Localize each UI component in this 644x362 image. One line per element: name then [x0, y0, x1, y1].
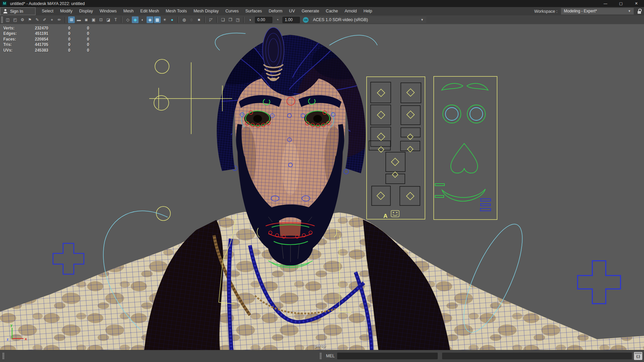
resolution-gate-icon[interactable]: ◙ [83, 16, 90, 23]
close-button[interactable]: ✕ [629, 0, 644, 7]
hud-row: UVs:24538300 [3, 48, 89, 53]
view-transform-dropdown[interactable]: ACES 1.0 SDR-video (sRGB) ▼ [310, 16, 426, 23]
menu-windows[interactable]: Windows [96, 7, 120, 15]
menu-display[interactable]: Display [76, 7, 96, 15]
menu-mesh-tools[interactable]: Mesh Tools [162, 7, 190, 15]
sign-in-panel[interactable]: Sign In [0, 7, 36, 15]
menu-generate[interactable]: Generate [298, 7, 322, 15]
menu-mesh-display[interactable]: Mesh Display [190, 7, 222, 15]
input-output-icon[interactable]: ◳ [234, 16, 241, 23]
separator [243, 17, 245, 23]
menu-items: teSelectModifyDisplayWindowsMeshEdit Mes… [28, 7, 375, 15]
image-plane-icon[interactable]: ◪ [105, 16, 112, 23]
drag-handle[interactable] [2, 353, 4, 359]
hud-row: Verts:23247000 [3, 26, 89, 31]
motion-blur-icon[interactable]: ◌ [188, 16, 195, 23]
menu-arnold[interactable]: Arnold [341, 7, 360, 15]
restore-button[interactable]: ▢ [613, 0, 629, 7]
menu-edit-mesh[interactable]: Edit Mesh [137, 7, 162, 15]
paint-icon[interactable]: ✐ [41, 16, 48, 23]
bookmark-icon[interactable]: ⚑ [26, 16, 33, 23]
exposure-field[interactable]: 0.00 [255, 17, 272, 23]
gamma-icon[interactable]: ◔ [274, 16, 281, 23]
camera-lock-icon[interactable]: ◰ [12, 16, 18, 23]
gamma-field[interactable]: 1.00 [282, 17, 300, 23]
shadows-icon[interactable]: ● [169, 16, 175, 23]
plane-icon[interactable]: ■ [196, 16, 202, 23]
perspective-viewport[interactable]: A y x z [0, 24, 644, 350]
render-view-icon[interactable]: ◫ [4, 16, 11, 23]
sign-in-label: Sign In [10, 9, 23, 14]
svg-text:x: x [25, 337, 27, 341]
title-bar: M untitled* - Autodesk MAYA 2022: untitl… [0, 0, 644, 7]
menu-modify[interactable]: Modify [57, 7, 76, 15]
user-icon [3, 9, 8, 13]
menu-cache[interactable]: Cache [322, 7, 341, 15]
menu-uv[interactable]: UV [286, 7, 298, 15]
separator [177, 17, 179, 23]
menu-deform[interactable]: Deform [265, 7, 286, 15]
drag-handle[interactable] [320, 353, 322, 359]
brush-icon[interactable]: ✏ [56, 16, 63, 23]
drag-handle[interactable] [1, 16, 3, 23]
separator [121, 17, 122, 23]
ao-icon[interactable]: ◍ [181, 16, 187, 23]
lock-icon[interactable] [637, 9, 641, 14]
menu-curves[interactable]: Curves [222, 7, 242, 15]
scene-3d: A y x z [0, 24, 644, 350]
menu-select[interactable]: Select [38, 7, 57, 15]
hud-toggle-icon[interactable]: T [112, 16, 119, 23]
separator [216, 17, 218, 23]
minimize-button[interactable]: — [598, 0, 613, 7]
lights-icon[interactable]: ☀ [161, 16, 168, 23]
panel-letter: A [383, 213, 387, 219]
select-tool-icon[interactable]: ◸ [208, 16, 214, 23]
workspace-dropdown[interactable]: Modeling - Expert* ▼ [561, 8, 634, 15]
view-transform-value: ACES 1.0 SDR-video (sRGB) [313, 17, 368, 22]
menu-help[interactable]: Help [360, 7, 376, 15]
chevron-down-icon: ▼ [628, 8, 631, 14]
separator [204, 17, 206, 23]
script-editor-button[interactable]: {;} [634, 352, 642, 360]
render-settings-icon[interactable]: ⚙ [19, 16, 26, 23]
exposure-icon[interactable]: ◑ [247, 16, 253, 23]
film-gate-icon[interactable]: ▬ [75, 16, 82, 23]
zoom-select-icon[interactable]: ⌖ [49, 16, 55, 23]
command-result [442, 353, 632, 359]
workspace-value: Modeling - Expert* [564, 8, 597, 14]
camera-label: persp [315, 344, 326, 348]
bounding-box-icon[interactable]: ◐ [139, 16, 146, 23]
color-management-toggle[interactable]: ON [303, 17, 309, 23]
textured-icon[interactable]: ◈ [147, 16, 153, 23]
hud-row: Tris:44170500 [3, 42, 89, 48]
svg-text:y: y [10, 323, 13, 327]
command-input[interactable] [337, 353, 438, 359]
menu-bar: teSelectModifyDisplayWindowsMeshEdit Mes… [0, 7, 644, 16]
wireframe-icon[interactable]: ◇ [124, 16, 131, 23]
window-title: untitled* - Autodesk MAYA 2022: untitled [10, 1, 85, 6]
gate-mask-icon[interactable]: ▣ [90, 16, 97, 23]
pencil-icon[interactable]: ✎ [34, 16, 41, 23]
command-line-bar: MEL {;} [0, 350, 644, 362]
workspace-label: Workspace : [534, 9, 557, 14]
menu-mesh[interactable]: Mesh [120, 7, 137, 15]
smooth-shade-icon[interactable]: ◆ [132, 16, 139, 23]
poly-count-hud: Verts:23247000Edges:45119100Faces:220854… [3, 26, 89, 53]
menu-surfaces[interactable]: Surfaces [242, 7, 265, 15]
hud-row: Edges:45119100 [3, 31, 89, 37]
separator [65, 17, 66, 23]
hud-row: Faces:22085400 [3, 37, 89, 42]
svg-text:z: z [7, 337, 9, 341]
command-language-label[interactable]: MEL [326, 354, 335, 358]
grid-icon[interactable]: ⊞ [68, 16, 75, 23]
chevron-down-icon: ▼ [421, 18, 424, 21]
checker-icon[interactable]: ▩ [154, 16, 161, 23]
duplicate-icon[interactable]: ❏ [220, 16, 226, 23]
copy-icon[interactable]: ❐ [227, 16, 234, 23]
field-chart-icon[interactable]: ⊡ [98, 16, 104, 23]
maya-logo-icon: M [2, 1, 7, 6]
status-line: ◫◰⚙⚑✎✐⌖✏⊞▬◙▣⊡◪T◇◆◐◈▩☀●◍◌■◸❏❐◳◑ 0.00 ◔ 1.… [0, 15, 644, 24]
